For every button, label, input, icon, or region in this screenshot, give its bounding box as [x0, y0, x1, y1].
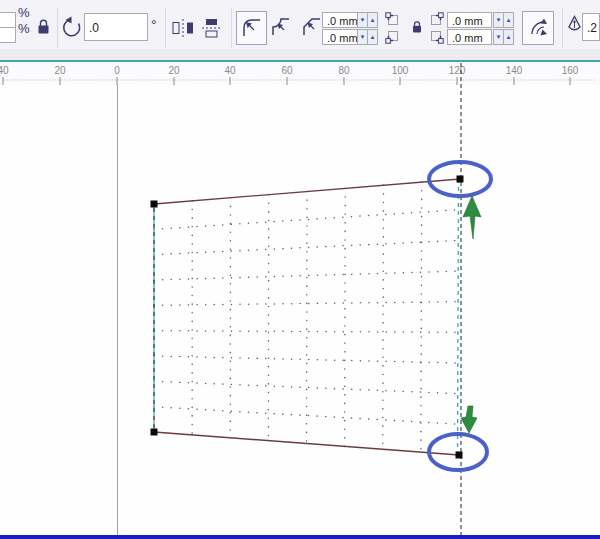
rotate-icon[interactable] — [61, 16, 83, 38]
app-window: % % ° — [0, 0, 600, 539]
scale-corners-button[interactable] — [522, 11, 554, 45]
property-bar: % % ° — [0, 0, 600, 60]
corner-scallop-icon — [270, 16, 292, 38]
horizontal-ruler[interactable] — [0, 62, 600, 85]
corner-radius-tl-field[interactable] — [322, 12, 358, 28]
corner-scallop-button[interactable] — [270, 16, 294, 40]
scale-percent-bottom: % — [18, 22, 30, 36]
separator — [562, 8, 563, 48]
outline-pen-icon[interactable] — [567, 15, 582, 34]
corner-radius-bl-field[interactable] — [322, 29, 358, 45]
mirror-horizontal-icon[interactable] — [171, 17, 195, 39]
spinner-up[interactable]: ▲ — [367, 29, 378, 45]
spinner-up[interactable]: ▲ — [503, 29, 514, 45]
corner-pick-br-icon[interactable] — [429, 29, 444, 44]
spinner-up[interactable]: ▲ — [503, 12, 514, 28]
corners-lock-icon[interactable] — [411, 20, 423, 34]
corner-round-button[interactable] — [236, 11, 267, 45]
separator — [165, 8, 166, 48]
outline-width-field[interactable] — [582, 13, 600, 41]
corner-pick-tr-icon[interactable] — [429, 12, 444, 27]
separator — [57, 8, 58, 48]
rotation-angle-field[interactable] — [84, 13, 148, 41]
scale-percent-top: % — [18, 6, 30, 20]
lock-ratio-icon[interactable] — [36, 18, 51, 35]
toolbar-lower-strip — [0, 49, 600, 60]
corner-pick-tl-icon[interactable] — [385, 12, 400, 27]
corner-pick-bl-icon[interactable] — [385, 29, 400, 44]
corner-radius-br-field[interactable] — [447, 29, 492, 45]
corner-radius-tr-field[interactable] — [447, 12, 492, 28]
degree-symbol: ° — [151, 17, 157, 33]
spinner-up[interactable]: ▲ — [367, 12, 378, 28]
scale-fields-partial[interactable] — [0, 12, 16, 43]
mirror-vertical-icon[interactable] — [200, 17, 224, 39]
corner-round-icon — [241, 17, 263, 39]
separator — [231, 8, 232, 48]
drawing-canvas[interactable] — [0, 85, 600, 535]
corner-chamfer-icon — [301, 16, 323, 38]
scale-corners-icon — [527, 17, 549, 39]
